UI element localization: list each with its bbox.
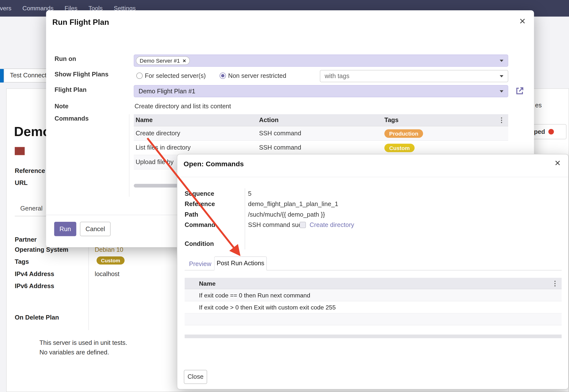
ipv6-label: IPv6 Address <box>15 283 54 290</box>
table-row[interactable]: Create directory SSH command Production <box>134 126 508 141</box>
flight-plan-select[interactable]: Demo Flight Plan #1 <box>134 85 508 98</box>
command-link[interactable]: Create directory <box>310 222 354 229</box>
run-modal-group-divider <box>129 114 129 197</box>
stage: Servers Commands Files Tools Settings Te… <box>0 0 569 392</box>
flight-plan-value: Demo Flight Plan #1 <box>139 87 195 95</box>
command-value: SSH command sudo <box>248 222 306 229</box>
partial-text: es <box>535 102 542 109</box>
kebab-icon[interactable]: ⋮ <box>552 280 562 287</box>
run-modal-close-icon[interactable]: ✕ <box>519 17 526 26</box>
unit-note-line-2: No variables are defined. <box>40 349 109 356</box>
path-value: /such/much/{{ demo_path }} <box>248 211 325 219</box>
commands-label: Commands <box>55 115 89 122</box>
ipv4-value: localhost <box>95 270 120 278</box>
primary-button-fragment[interactable] <box>0 69 4 83</box>
table-row[interactable]: If exit code == 0 then Run next command <box>185 289 562 302</box>
reference-label: Reference <box>15 167 45 175</box>
run-button[interactable]: Run <box>54 222 76 236</box>
tag-remove-icon[interactable]: ✕ <box>183 58 186 63</box>
run-on-label: Run on <box>55 55 76 63</box>
general-tab-underline <box>15 216 47 216</box>
tag-badge: Production <box>384 129 423 138</box>
tab-post-run-actions[interactable]: Post Run Actions <box>214 256 267 270</box>
reference-field-value: demo_flight_plan_1_plan_line_1 <box>248 200 338 208</box>
run-on-field[interactable]: Demo Server #1 ✕ <box>134 55 508 67</box>
commands-modal-header-divider <box>177 177 569 177</box>
row-name: List files in directory <box>134 144 259 152</box>
external-link-icon[interactable] <box>515 86 525 96</box>
url-label: URL <box>15 180 28 187</box>
sequence-label: Sequence <box>185 190 214 197</box>
column-header-action[interactable]: Action <box>259 116 384 124</box>
partner-label: Partner <box>15 236 37 244</box>
table-row[interactable]: List files in directory SSH command Cust… <box>134 141 508 155</box>
note-label: Note <box>55 103 69 110</box>
os-value[interactable]: Debian 10 <box>95 246 123 253</box>
on-delete-label: On Delete Plan <box>15 314 59 321</box>
condition-label: Condition <box>185 240 214 248</box>
with-tags-select[interactable]: with tags <box>320 70 508 82</box>
radio-selected-servers-label[interactable]: For selected server(s) <box>145 72 206 80</box>
tag-badge: Custom <box>384 143 415 152</box>
row-name: If exit code > 0 then Exit with custom e… <box>199 304 336 311</box>
table-row[interactable]: If exit code > 0 then Exit with custom e… <box>185 301 562 314</box>
post-run-table-header: Name ⋮ <box>185 278 562 289</box>
command-label: Command <box>185 222 215 229</box>
row-name: If exit code == 0 then Run next command <box>199 292 310 299</box>
nav-item-servers[interactable]: Servers <box>0 5 11 12</box>
open-commands-modal: Open: Commands ✕ Sequence 5 Reference de… <box>177 154 569 390</box>
command-checkbox[interactable] <box>300 222 306 228</box>
chevron-down-icon[interactable] <box>500 90 503 92</box>
tab-general[interactable]: General <box>20 205 43 212</box>
tags-label: Tags <box>15 258 29 266</box>
reference-field-label: Reference <box>185 200 215 208</box>
row-name: Create directory <box>134 130 259 137</box>
sequence-value: 5 <box>248 190 252 197</box>
row-action: SSH command <box>259 130 384 137</box>
radio-selected-servers[interactable] <box>136 73 143 79</box>
path-label: Path <box>185 211 198 219</box>
tab-preview[interactable]: Preview <box>189 261 212 268</box>
run-modal-title: Run Flight Plan <box>52 18 109 27</box>
with-tags-placeholder: with tags <box>325 72 350 80</box>
radio-non-server[interactable] <box>220 73 226 79</box>
empty-row <box>185 314 562 325</box>
column-header-name[interactable]: Name <box>134 116 259 124</box>
flight-plan-note: Create directory and list its content <box>135 103 231 110</box>
unit-note-line-1: This server is used in unit tests. <box>40 339 127 347</box>
color-swatch[interactable] <box>15 147 25 155</box>
tags-badge[interactable]: Custom <box>97 256 125 265</box>
commands-modal-title: Open: Commands <box>184 160 244 168</box>
flight-plan-label: Flight Plan <box>55 86 86 94</box>
cancel-button[interactable]: Cancel <box>80 222 111 236</box>
post-run-table: Name ⋮ If exit code == 0 then Run next c… <box>185 278 562 325</box>
server-tag-pill: Demo Server #1 ✕ <box>136 56 190 65</box>
kebab-icon[interactable]: ⋮ <box>498 117 508 124</box>
row-action: SSH command <box>259 144 384 152</box>
chevron-down-icon[interactable] <box>500 59 503 62</box>
column-header-tags[interactable]: Tags <box>384 116 498 124</box>
ipv4-label: IPv4 Address <box>15 270 54 278</box>
chevron-down-icon[interactable] <box>500 75 503 77</box>
column-header-name[interactable]: Name <box>199 280 552 287</box>
status-dot <box>548 129 554 135</box>
os-label: Operating System <box>15 246 68 253</box>
commands-fields-divider <box>245 188 245 250</box>
show-flight-plans-label: Show Flight Plans <box>55 71 109 78</box>
radio-non-server-label[interactable]: Non server restricted <box>228 72 286 80</box>
commands-modal-close-icon[interactable]: ✕ <box>555 159 561 168</box>
server-tag-label: Demo Server #1 <box>140 57 180 64</box>
commands-scroll-strip[interactable] <box>185 335 562 338</box>
plan-table-header: Name Action Tags ⋮ <box>134 114 508 126</box>
close-button[interactable]: Close <box>184 370 207 384</box>
